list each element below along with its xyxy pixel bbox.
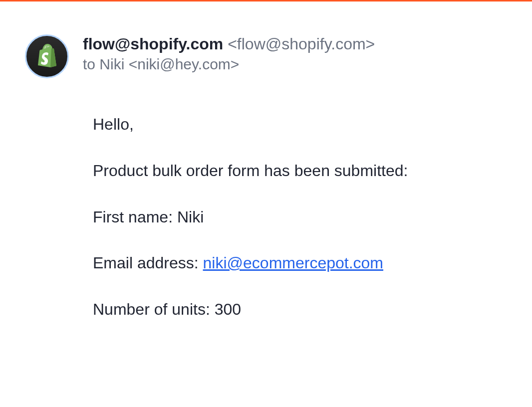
- sender-name: flow@shopify.com: [83, 35, 223, 53]
- units-label: Number of units:: [93, 300, 215, 318]
- email-body: Hello, Product bulk order form has been …: [25, 113, 507, 321]
- units-value: 300: [215, 300, 241, 318]
- email-header: flow@shopify.com <flow@shopify.com> to N…: [25, 32, 507, 78]
- sender-info: flow@shopify.com <flow@shopify.com> to N…: [83, 32, 375, 73]
- recipient-prefix: to: [83, 56, 99, 72]
- first-name-value: Niki: [177, 208, 204, 226]
- email-address-link[interactable]: niki@ecommercepot.com: [203, 254, 383, 272]
- intro-text: Product bulk order form has been submitt…: [93, 160, 507, 182]
- email-address-label: Email address:: [93, 254, 203, 272]
- recipient-line: to Niki <niki@hey.com>: [83, 56, 375, 73]
- email-container: flow@shopify.com <flow@shopify.com> to N…: [0, 1, 532, 365]
- sender-avatar[interactable]: [25, 34, 69, 78]
- shopify-bag-icon: [36, 43, 57, 69]
- greeting-text: Hello,: [93, 113, 507, 136]
- sender-email: <flow@shopify.com>: [228, 35, 375, 53]
- sender-line: flow@shopify.com <flow@shopify.com>: [83, 33, 375, 55]
- first-name-line: First name: Niki: [93, 206, 507, 228]
- units-line: Number of units: 300: [93, 298, 507, 321]
- email-address-line: Email address: niki@ecommercepot.com: [93, 252, 507, 274]
- first-name-label: First name:: [93, 208, 177, 226]
- recipient-value: Niki <niki@hey.com>: [99, 56, 239, 72]
